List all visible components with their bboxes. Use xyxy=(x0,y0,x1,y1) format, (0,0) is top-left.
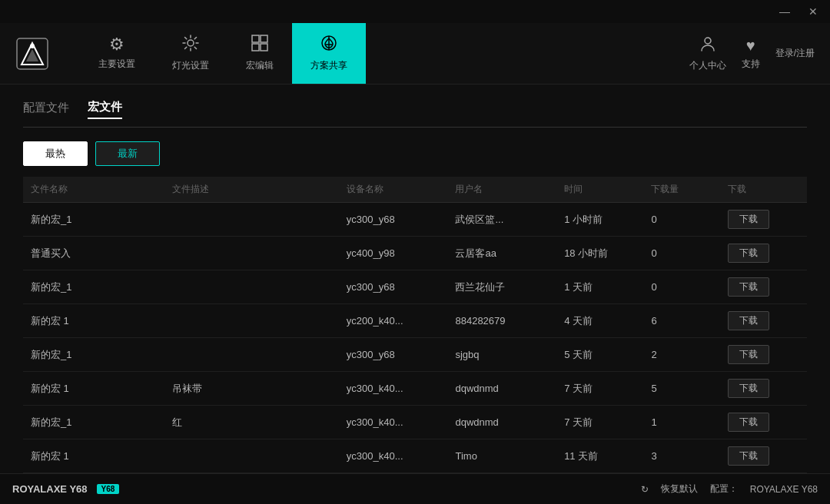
cell-desc-1 xyxy=(164,237,339,270)
table-row: 新的宏_1 yc300_y68 sjgbq 5 天前 2 下载 xyxy=(23,338,807,372)
cell-downloads-1: 0 xyxy=(643,237,719,270)
filter-newest-button[interactable]: 最新 xyxy=(95,141,160,166)
minimize-button[interactable]: — xyxy=(776,4,793,19)
heart-icon: ♥ xyxy=(746,37,755,55)
cell-user-4: sjgbq xyxy=(447,338,556,372)
cell-action-3: 下载 xyxy=(720,304,807,338)
cell-downloads-3: 6 xyxy=(643,304,719,338)
nav-item-plan-share[interactable]: 方案共享 xyxy=(292,23,366,84)
svg-point-2 xyxy=(188,40,194,46)
data-table: 文件名称 文件描述 设备名称 用户名 时间 下载量 下载 新的宏_1 yc300… xyxy=(23,177,807,473)
tab-macro-file[interactable]: 宏文件 xyxy=(88,100,122,119)
share-icon xyxy=(320,35,337,55)
cell-downloads-0: 0 xyxy=(643,203,719,237)
header-username: 用户名 xyxy=(447,177,556,203)
nav-label-macro-editor: 宏编辑 xyxy=(246,59,274,72)
table-header-row: 文件名称 文件描述 设备名称 用户名 时间 下载量 下载 xyxy=(23,177,807,203)
app-logo xyxy=(15,23,49,84)
tab-row: 配置文件 宏文件 xyxy=(23,100,807,128)
close-button[interactable]: ✕ xyxy=(805,4,821,19)
cell-user-7: Timo xyxy=(447,439,556,473)
header-device: 设备名称 xyxy=(339,177,448,203)
cell-user-5: dqwdnmd xyxy=(447,372,556,406)
table-row: 新的宏 1 yc200_k40... 884282679 4 天前 6 下载 xyxy=(23,304,807,338)
cell-desc-5: 吊袜带 xyxy=(164,372,339,406)
cell-action-7: 下载 xyxy=(720,439,807,473)
header-action: 下载 xyxy=(720,177,807,203)
config-label: 配置： xyxy=(710,482,738,496)
cell-user-2: 西兰花仙子 xyxy=(447,270,556,304)
cell-action-4: 下载 xyxy=(720,338,807,372)
nav-item-main-settings[interactable]: ⚙ 主要设置 xyxy=(80,23,154,84)
cell-action-1: 下载 xyxy=(720,237,807,270)
cell-time-0: 1 小时前 xyxy=(556,203,643,237)
cell-name-6: 新的宏_1 xyxy=(23,406,164,439)
cell-desc-7 xyxy=(164,439,339,473)
tab-config-file[interactable]: 配置文件 xyxy=(23,101,69,118)
nav-label-support: 支持 xyxy=(742,58,760,71)
download-button-7[interactable]: 下载 xyxy=(728,446,769,466)
download-button-2[interactable]: 下载 xyxy=(728,277,769,297)
cell-device-2: yc300_y68 xyxy=(339,270,448,304)
cell-action-0: 下载 xyxy=(720,203,807,237)
nav-item-light-settings[interactable]: 灯光设置 xyxy=(154,23,227,84)
cell-time-5: 7 天前 xyxy=(556,372,643,406)
cell-name-2: 新的宏_1 xyxy=(23,270,164,304)
svg-line-7 xyxy=(185,38,187,39)
gear-icon: ⚙ xyxy=(109,36,124,53)
cell-time-4: 5 天前 xyxy=(556,338,643,372)
download-button-6[interactable]: 下载 xyxy=(728,413,769,432)
reset-default-button[interactable]: 恢复默认 xyxy=(661,482,698,496)
cell-downloads-5: 5 xyxy=(643,372,719,406)
svg-line-8 xyxy=(194,47,196,48)
cell-user-3: 884282679 xyxy=(447,304,556,338)
cell-name-5: 新的宏 1 xyxy=(23,372,164,406)
download-button-1[interactable]: 下载 xyxy=(728,244,769,263)
nav-right: 个人中心 ♥ 支持 登录/注册 xyxy=(689,23,815,84)
cell-name-0: 新的宏_1 xyxy=(23,203,164,237)
nav-item-support[interactable]: ♥ 支持 xyxy=(742,37,760,71)
cell-device-1: yc400_y98 xyxy=(339,237,448,270)
download-button-3[interactable]: 下载 xyxy=(728,311,769,330)
cell-time-2: 1 天前 xyxy=(556,270,643,304)
nav-label-plan-share: 方案共享 xyxy=(310,59,347,72)
cell-device-0: yc300_y68 xyxy=(339,203,448,237)
login-button[interactable]: 登录/注册 xyxy=(775,47,815,60)
nav-item-personal-center[interactable]: 个人中心 xyxy=(689,35,726,72)
device-name: ROYALAXE Y68 xyxy=(12,483,88,495)
device-badge: Y68 xyxy=(97,484,120,494)
filter-row: 最热 最新 xyxy=(23,141,807,166)
filter-hottest-button[interactable]: 最热 xyxy=(23,141,88,166)
cell-name-1: 普通买入 xyxy=(23,237,164,270)
svg-rect-12 xyxy=(261,35,267,42)
nav-label-personal-center: 个人中心 xyxy=(689,59,726,72)
cell-time-3: 4 天前 xyxy=(556,304,643,338)
nav-bar: ⚙ 主要设置 灯光设置 xyxy=(0,23,830,85)
download-button-4[interactable]: 下载 xyxy=(728,345,769,364)
cell-downloads-2: 0 xyxy=(643,270,719,304)
cell-time-6: 7 天前 xyxy=(556,406,643,439)
download-button-5[interactable]: 下载 xyxy=(728,379,769,398)
svg-point-18 xyxy=(705,38,711,44)
cell-desc-0 xyxy=(164,203,339,237)
status-right: ↻ 恢复默认 配置： ROYALAXE Y68 xyxy=(641,482,818,496)
cell-time-7: 11 天前 xyxy=(556,439,643,473)
table-row: 普通买入 yc400_y98 云居客aa 18 小时前 0 下载 xyxy=(23,237,807,270)
cell-device-6: yc300_k40... xyxy=(339,406,448,439)
cell-device-4: yc300_y68 xyxy=(339,338,448,372)
content-area: 配置文件 宏文件 最热 最新 文件名称 文件描述 设备名称 用户名 时间 下载量… xyxy=(0,85,830,473)
nav-item-macro-editor[interactable]: 宏编辑 xyxy=(227,23,292,84)
cell-user-1: 云居客aa xyxy=(447,237,556,270)
cell-desc-3 xyxy=(164,304,339,338)
svg-point-1 xyxy=(30,44,35,48)
cell-action-6: 下载 xyxy=(720,406,807,439)
cell-device-3: yc200_k40... xyxy=(339,304,448,338)
table-row: 新的宏_1 yc300_y68 武侯区篮... 1 小时前 0 下载 xyxy=(23,203,807,237)
cell-action-2: 下载 xyxy=(720,270,807,304)
table-row: 新的宏_1 红 yc300_k40... dqwdnmd 7 天前 1 下载 xyxy=(23,406,807,439)
cell-downloads-7: 3 xyxy=(643,439,719,473)
config-value: ROYALAXE Y68 xyxy=(750,484,818,495)
title-bar: — ✕ xyxy=(0,0,830,23)
download-button-0[interactable]: 下载 xyxy=(728,210,769,229)
refresh-button[interactable]: ↻ xyxy=(641,484,649,495)
